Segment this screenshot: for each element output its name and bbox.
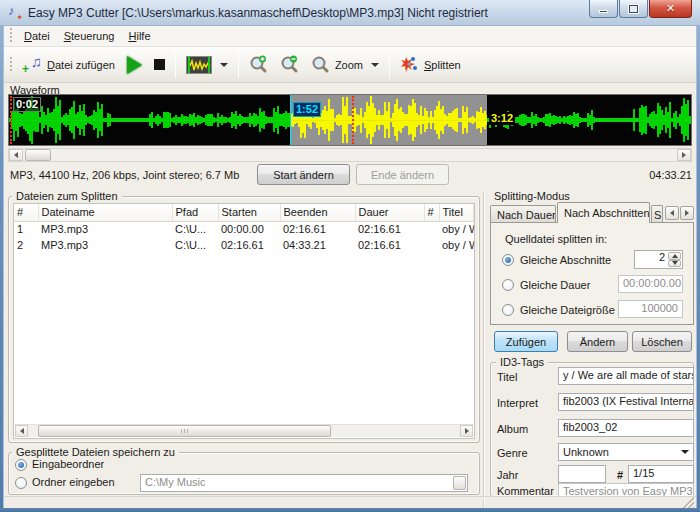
menu-hilfe[interactable]: Hilfe bbox=[121, 27, 157, 45]
chevron-down-icon bbox=[371, 63, 379, 67]
minimize-button[interactable] bbox=[589, 0, 618, 18]
radio-gleiche-dauer[interactable] bbox=[502, 279, 514, 291]
table-cell[interactable]: 02:16.61 bbox=[355, 221, 424, 237]
toolbar-gripper[interactable] bbox=[9, 57, 14, 73]
files-table[interactable]: # Dateiname Pfad Starten Beenden Dauer #… bbox=[13, 203, 475, 439]
add-split-button[interactable]: Zufügen bbox=[494, 331, 558, 352]
genre-dropdown[interactable]: Unknown bbox=[558, 443, 694, 461]
stop-button[interactable] bbox=[148, 55, 171, 74]
menu-steuerung[interactable]: Steuerung bbox=[57, 27, 122, 45]
table-scrollbar[interactable] bbox=[15, 424, 473, 437]
table-cell[interactable]: oby / W bbox=[439, 221, 474, 237]
col-index[interactable]: # bbox=[14, 204, 38, 221]
scrollbar-thumb[interactable] bbox=[25, 149, 51, 161]
waveform-scrollbar[interactable] bbox=[8, 148, 692, 162]
toolbar: ♫+ Datei zufügen bbox=[4, 47, 696, 83]
sections-count-stepper[interactable]: 2 bbox=[634, 250, 683, 269]
zoom-menu-button[interactable]: Zoom bbox=[305, 51, 385, 78]
radio-label-dauer[interactable]: Gleiche Dauer bbox=[520, 279, 590, 291]
split-button[interactable]: Splitten bbox=[394, 51, 467, 78]
table-row[interactable]: 2MP3.mp3C:\U...02:16.6104:33.2102:16.61o… bbox=[14, 237, 474, 253]
album-field[interactable]: fib2003_02 bbox=[558, 419, 694, 437]
radio-label-eingabeordner[interactable]: Eingabeordner bbox=[32, 458, 104, 470]
resize-grip[interactable] bbox=[683, 497, 694, 508]
menu-bar: Datei Steuerung Hilfe bbox=[4, 26, 696, 47]
table-cell[interactable]: oby / W bbox=[439, 237, 474, 253]
waveform-display[interactable]: 0:02 1:52 3:12 bbox=[8, 94, 692, 146]
col-pfad[interactable]: Pfad bbox=[172, 204, 218, 221]
track-number-label: # bbox=[617, 469, 623, 481]
scrollbar-track[interactable] bbox=[23, 149, 677, 161]
menubar-gripper[interactable] bbox=[9, 28, 14, 44]
radio-eingabeordner[interactable] bbox=[15, 459, 27, 471]
add-file-label: Datei zufügen bbox=[47, 59, 115, 71]
radio-label-abschnitte[interactable]: Gleiche Abschnitte bbox=[520, 254, 611, 266]
tab-partial[interactable]: S bbox=[651, 205, 663, 223]
close-button[interactable]: ✕ bbox=[649, 0, 692, 18]
radio-gleiche-dateigroesse[interactable] bbox=[502, 304, 514, 316]
play-button[interactable] bbox=[121, 52, 148, 78]
table-cell[interactable]: 04:33.21 bbox=[280, 237, 355, 253]
table-cell[interactable]: C:\U... bbox=[172, 221, 218, 237]
zoom-in-button[interactable] bbox=[243, 51, 274, 78]
delete-split-button[interactable]: Löschen bbox=[632, 331, 692, 352]
add-file-button[interactable]: ♫+ Datei zufügen bbox=[17, 52, 121, 78]
table-cell[interactable]: C:\U... bbox=[172, 237, 218, 253]
browse-folder-button[interactable] bbox=[453, 476, 466, 490]
maximize-button[interactable] bbox=[619, 0, 648, 18]
radio-label-ordner-eingeben[interactable]: Ordner eingeben bbox=[32, 476, 115, 488]
waveform-selection[interactable] bbox=[290, 95, 487, 145]
col-starten[interactable]: Starten bbox=[218, 204, 280, 221]
waveform-display-button[interactable] bbox=[180, 52, 234, 78]
scroll-right-button[interactable] bbox=[460, 425, 473, 437]
titel-field[interactable]: y / We are all made of stars bbox=[558, 367, 694, 385]
waveform-region-left[interactable] bbox=[9, 95, 290, 145]
scroll-left-button[interactable] bbox=[9, 149, 23, 161]
waveform-region-right[interactable] bbox=[487, 95, 691, 145]
zoom-out-button[interactable] bbox=[274, 51, 305, 78]
scroll-right-button[interactable] bbox=[677, 149, 691, 161]
change-split-button[interactable]: Ändern bbox=[567, 331, 628, 352]
save-group-label: Gesplittete Dateien speichern zu bbox=[12, 446, 179, 458]
radio-ordner-eingeben[interactable] bbox=[15, 477, 27, 489]
stepper-down-button[interactable] bbox=[668, 260, 681, 268]
col-beenden[interactable]: Beenden bbox=[280, 204, 355, 221]
col-titel[interactable]: Titel bbox=[439, 204, 474, 221]
radio-label-dateigroesse[interactable]: Gleiche Dateigröße (Byt bbox=[520, 304, 620, 316]
table-cell[interactable]: 1 bbox=[14, 221, 38, 237]
col-dateiname[interactable]: Dateiname bbox=[38, 204, 172, 221]
stepper-up-button[interactable] bbox=[668, 252, 681, 260]
change-end-button: Ende ändern bbox=[356, 164, 449, 185]
genre-label: Genre bbox=[497, 447, 528, 459]
radio-gleiche-abschnitte[interactable] bbox=[502, 254, 514, 266]
table-row[interactable]: 1MP3.mp3C:\U...00:00.0002:16.6102:16.61o… bbox=[14, 221, 474, 237]
scrollbar-track[interactable] bbox=[28, 425, 460, 437]
files-table-body: 1MP3.mp3C:\U...00:00.0002:16.6102:16.61o… bbox=[14, 221, 474, 253]
col-dauer[interactable]: Dauer bbox=[355, 204, 424, 221]
interpret-field[interactable]: fib2003 (IX Festival Internac bbox=[558, 393, 694, 411]
table-cell[interactable]: 00:00.00 bbox=[218, 221, 280, 237]
genre-value: Unknown bbox=[563, 446, 609, 458]
scroll-left-button[interactable] bbox=[15, 425, 28, 437]
track-field[interactable]: 1/15 bbox=[628, 465, 694, 483]
table-cell[interactable]: 02:16.61 bbox=[280, 221, 355, 237]
close-icon: ✕ bbox=[666, 3, 675, 14]
tab-scroll-left-button[interactable] bbox=[665, 206, 679, 220]
minimize-icon bbox=[599, 10, 608, 13]
change-start-button[interactable]: Start ändern bbox=[257, 164, 350, 185]
tab-nach-dauer[interactable]: Nach Dauer bbox=[490, 205, 556, 223]
table-cell[interactable]: MP3.mp3 bbox=[38, 221, 172, 237]
output-folder-field[interactable]: C:\My Music bbox=[140, 474, 468, 492]
table-cell[interactable]: 02:16.61 bbox=[355, 237, 424, 253]
table-cell[interactable]: 2 bbox=[14, 237, 38, 253]
scrollbar-thumb[interactable] bbox=[38, 425, 331, 437]
jahr-field[interactable] bbox=[558, 465, 606, 483]
tab-scroll-right-button[interactable] bbox=[680, 206, 694, 220]
table-cell[interactable]: 02:16.61 bbox=[218, 237, 280, 253]
menu-datei[interactable]: Datei bbox=[17, 27, 57, 45]
col-hash[interactable]: # bbox=[424, 204, 439, 221]
tab-nach-abschnitten[interactable]: Nach Abschnitten bbox=[557, 202, 650, 223]
table-cell[interactable]: MP3.mp3 bbox=[38, 237, 172, 253]
table-cell[interactable] bbox=[424, 237, 439, 253]
table-cell[interactable] bbox=[424, 221, 439, 237]
